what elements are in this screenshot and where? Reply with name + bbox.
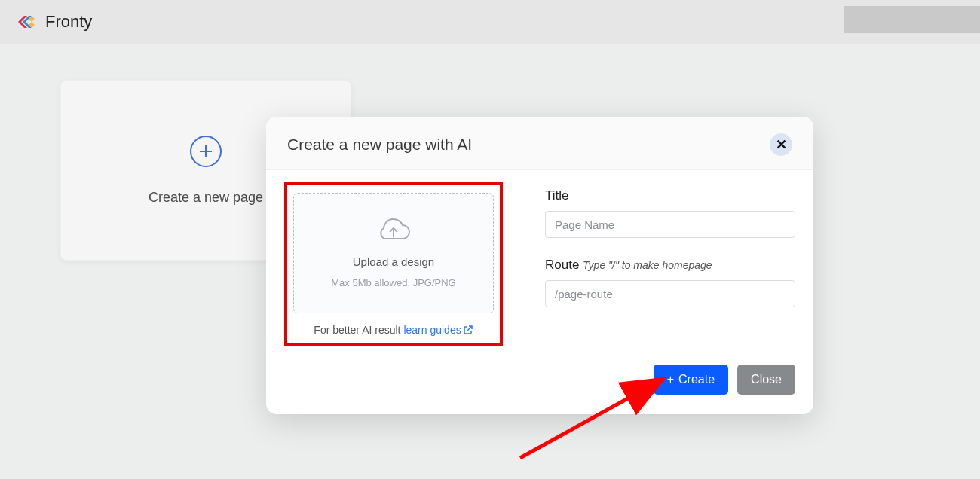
title-field-group: Title <box>545 188 795 238</box>
logo[interactable]: Fronty <box>12 12 92 32</box>
learn-guides-link[interactable]: learn guides <box>403 324 473 336</box>
upload-label: Upload a design <box>353 255 434 268</box>
create-button[interactable]: + Create <box>654 365 728 395</box>
fronty-logo-icon <box>12 13 38 31</box>
title-label: Title <box>545 188 795 203</box>
upload-dropzone[interactable]: Upload a design Max 5Mb allowed, JPG/PNG <box>293 193 494 313</box>
modal-title: Create a new page with AI <box>287 136 472 154</box>
header-placeholder <box>844 6 980 33</box>
app-name: Fronty <box>45 12 92 32</box>
upload-hint: Max 5Mb allowed, JPG/PNG <box>331 277 455 288</box>
svg-line-7 <box>467 326 472 331</box>
app-header: Fronty <box>0 0 980 44</box>
cloud-upload-icon <box>376 218 411 246</box>
close-icon[interactable]: ✕ <box>770 133 792 156</box>
modal-header: Create a new page with AI ✕ <box>266 117 813 170</box>
guide-text: For better AI result learn guides <box>293 324 494 337</box>
form-column: Title Route Type "/" to make homepage <box>545 182 795 346</box>
route-field-group: Route Type "/" to make homepage <box>545 258 795 307</box>
route-hint: Type "/" to make homepage <box>583 259 712 271</box>
close-button[interactable]: Close <box>737 365 795 395</box>
create-page-modal: Create a new page with AI ✕ Upload a des… <box>266 117 813 414</box>
title-input[interactable] <box>545 211 795 238</box>
plus-circle-icon <box>190 136 222 167</box>
guide-prefix: For better AI result <box>314 324 403 336</box>
route-input[interactable] <box>545 280 795 307</box>
plus-icon: + <box>667 373 674 386</box>
create-page-label: Create a new page <box>149 190 263 206</box>
modal-body: Upload a design Max 5Mb allowed, JPG/PNG… <box>266 170 813 365</box>
upload-column: Upload a design Max 5Mb allowed, JPG/PNG… <box>284 182 503 346</box>
route-label: Route Type "/" to make homepage <box>545 258 795 273</box>
annotation-highlight: Upload a design Max 5Mb allowed, JPG/PNG… <box>284 182 503 346</box>
external-link-icon <box>463 325 473 337</box>
modal-footer: + Create Close <box>266 365 813 414</box>
